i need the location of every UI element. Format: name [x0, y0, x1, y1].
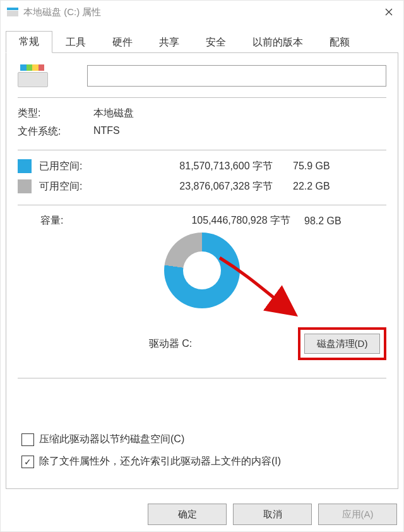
free-bytes: 23,876,067,328 字节	[140, 180, 293, 193]
tab-security[interactable]: 安全	[193, 32, 239, 53]
disk-cleanup-button[interactable]: 磁盘清理(D)	[304, 334, 380, 354]
titlebar: 本地磁盘 (C:) 属性	[1, 1, 403, 23]
used-bytes: 81,570,713,600 字节	[140, 160, 293, 173]
used-gb: 75.9 GB	[293, 160, 343, 172]
separator	[18, 150, 386, 150]
tab-hardware[interactable]: 硬件	[99, 32, 146, 53]
free-label: 可用空间:	[39, 180, 140, 193]
usage-donut	[164, 233, 240, 308]
separator	[18, 97, 386, 98]
compress-label: 压缩此驱动器以节约磁盘空间(C)	[39, 433, 184, 446]
compress-checkbox[interactable]	[21, 433, 34, 446]
drive-icon	[7, 8, 18, 16]
type-label: 类型:	[18, 107, 93, 120]
free-gb: 22.2 GB	[293, 181, 343, 192]
cancel-button[interactable]: 取消	[233, 504, 312, 525]
drive-large-icon	[18, 64, 49, 87]
dialog-footer: 确定 取消 应用(A)	[148, 504, 397, 525]
index-checkbox[interactable]: ✓	[21, 456, 34, 468]
type-value: 本地磁盘	[93, 107, 134, 120]
separator	[18, 378, 386, 378]
capacity-gb: 98.2 GB	[304, 215, 355, 227]
filesystem-value: NTFS	[93, 125, 120, 138]
tab-previous[interactable]: 以前的版本	[239, 32, 316, 53]
used-label: 已用空间:	[39, 160, 140, 173]
drive-name-input[interactable]	[87, 65, 386, 87]
tab-strip: 常规 工具 硬件 共享 安全 以前的版本 配额	[6, 30, 398, 53]
tab-sharing[interactable]: 共享	[146, 32, 193, 53]
window-title: 本地磁盘 (C:) 属性	[23, 6, 374, 18]
capacity-bytes: 105,446,780,928 字节	[164, 214, 304, 227]
close-button[interactable]	[374, 1, 403, 23]
ok-button[interactable]: 确定	[148, 504, 227, 525]
index-label: 除了文件属性外，还允许索引此驱动器上文件的内容(I)	[39, 455, 281, 468]
general-panel: 类型: 本地磁盘 文件系统: NTFS 已用空间: 81,570,713,600…	[6, 53, 398, 489]
separator	[18, 205, 386, 205]
free-swatch	[18, 179, 32, 193]
drive-letter-label: 驱动器 C:	[43, 337, 298, 351]
annotation-highlight: 磁盘清理(D)	[298, 327, 386, 360]
capacity-label: 容量:	[18, 214, 164, 227]
filesystem-label: 文件系统:	[18, 125, 93, 138]
apply-button[interactable]: 应用(A)	[318, 504, 397, 525]
tab-quota[interactable]: 配额	[316, 32, 363, 53]
properties-window: 本地磁盘 (C:) 属性 常规 工具 硬件 共享 安全 以前的版本 配额 类型:…	[0, 0, 404, 532]
tab-general[interactable]: 常规	[6, 31, 52, 53]
tab-tools[interactable]: 工具	[52, 32, 99, 53]
used-swatch	[18, 159, 32, 173]
